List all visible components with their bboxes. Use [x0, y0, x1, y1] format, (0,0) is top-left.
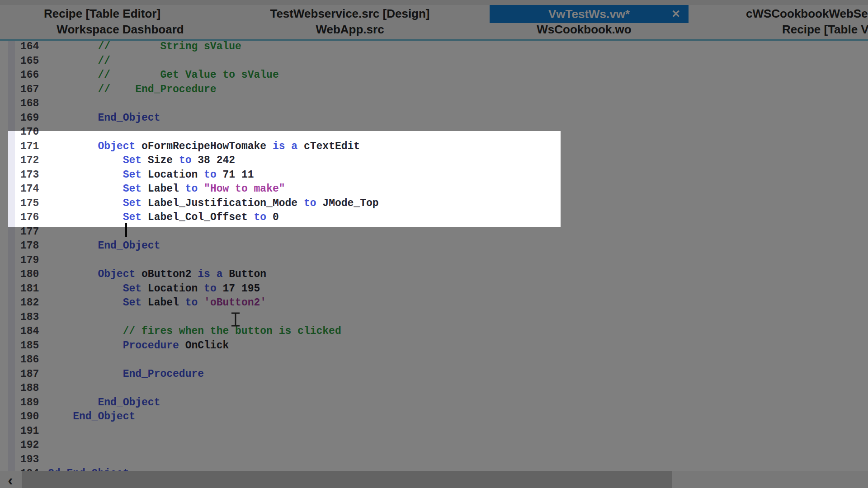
tab-webapp-src[interactable]: WebApp.src [316, 23, 384, 37]
code-line[interactable]: 191 [0, 424, 868, 439]
line-number: 177 [20, 225, 39, 239]
code-line[interactable]: 180 Object oButton2 is a Button [0, 267, 868, 282]
code-line[interactable]: 164 // String sValue [0, 41, 868, 54]
line-number: 173 [20, 168, 39, 183]
code-line[interactable]: 168 [0, 97, 868, 111]
code-line[interactable]: 175 Set Label_Justification_Mode to JMod… [0, 197, 868, 211]
horizontal-scrollbar[interactable]: ‹ [0, 471, 868, 488]
code-line[interactable]: 183 [0, 310, 868, 325]
application-window: Recipe [Table Editor] TestWebservice.src… [0, 0, 868, 488]
line-number: 193 [20, 453, 39, 467]
code-line[interactable]: 165 // [0, 54, 868, 69]
code-text: Cd_End_Object [48, 467, 129, 471]
tab-recipe-table-view[interactable]: Recipe [Table View] [782, 23, 868, 37]
code-text: // [48, 54, 110, 69]
line-number: 171 [20, 140, 39, 154]
code-line[interactable]: 190 End_Object [0, 410, 868, 424]
tab-recipe-table-editor[interactable]: Recipe [Table Editor] [44, 7, 160, 21]
code-line[interactable]: 185 Procedure OnClick [0, 339, 868, 353]
code-line[interactable]: 169 End_Object [0, 111, 868, 126]
code-text: // fires when the button is clicked [48, 324, 341, 339]
line-number: 191 [20, 424, 39, 439]
code-line[interactable]: 186 [0, 353, 868, 367]
line-number: 167 [20, 83, 39, 97]
code-line[interactable]: 188 [0, 381, 868, 396]
code-text: End_Object [48, 410, 135, 424]
code-line[interactable]: 181 Set Location to 17 195 [0, 282, 868, 296]
code-line[interactable]: 184 // fires when the button is clicked [0, 324, 868, 339]
tab-cwscookbookwebservice[interactable]: cWSCookbookWebService [746, 7, 868, 21]
code-text: // Get Value to sValue [48, 68, 279, 83]
code-line[interactable]: 178 End_Object [0, 239, 868, 253]
tab-wscookbook-wo[interactable]: WsCookbook.wo [537, 23, 631, 37]
code-line[interactable]: 170 [0, 125, 868, 140]
tab-bar-top-strip [0, 0, 868, 5]
code-text: End_Object [48, 396, 160, 410]
tab-workspace-dashboard[interactable]: Workspace Dashboard [57, 23, 184, 37]
line-number: 189 [20, 396, 39, 410]
ibeam-cursor [230, 312, 241, 327]
line-number: 184 [20, 324, 39, 339]
tab-bar: Recipe [Table Editor] TestWebservice.src… [0, 0, 868, 39]
tab-vwtestws-active[interactable]: VwTestWs.vw* ✕ [490, 5, 689, 23]
tab-testwebservice-src-design[interactable]: TestWebservice.src [Design] [270, 7, 429, 21]
line-number: 181 [20, 282, 39, 296]
code-text: Set Label_Justification_Mode to JMode_To… [48, 197, 379, 211]
code-line[interactable]: 167 // End_Procedure [0, 83, 868, 97]
code-text: Object oButton2 is a Button [48, 267, 266, 282]
code-line[interactable]: 166 // Get Value to sValue [0, 68, 868, 83]
code-text: // End_Procedure [48, 83, 217, 97]
code-line[interactable]: 174 Set Label to "How to make" [0, 182, 868, 197]
line-number: 192 [20, 438, 39, 453]
code-line[interactable]: 176 Set Label_Col_Offset to 0 [0, 211, 868, 225]
line-number: 179 [20, 253, 39, 268]
code-text: Set Location to 71 11 [48, 168, 254, 183]
code-lines-container: 164 // String sValue165 //166 // Get Val… [0, 41, 868, 471]
line-number: 182 [20, 296, 39, 310]
code-line[interactable]: 171 Object oFormRecipeHowTomake is a cTe… [0, 140, 868, 154]
code-text: Object oFormRecipeHowTomake is a cTextEd… [48, 140, 360, 154]
line-number: 185 [20, 339, 39, 353]
code-line[interactable]: 192 [0, 438, 868, 453]
code-line[interactable]: 189 End_Object [0, 396, 868, 410]
code-line[interactable]: 172 Set Size to 38 242 [0, 154, 868, 168]
code-line[interactable]: 194Cd_End_Object [0, 467, 868, 471]
line-number: 164 [20, 41, 39, 54]
code-text: Set Label to 'oButton2' [48, 296, 266, 310]
line-number: 166 [20, 68, 39, 83]
line-number: 180 [20, 267, 39, 282]
line-number: 169 [20, 111, 39, 126]
line-number: 168 [20, 97, 39, 111]
code-text: Procedure OnClick [48, 339, 229, 353]
line-number: 172 [20, 154, 39, 168]
line-number: 188 [20, 381, 39, 396]
scrollbar-thumb[interactable] [22, 471, 672, 488]
code-line[interactable]: 187 End_Procedure [0, 367, 868, 382]
code-text: Set Location to 17 195 [48, 282, 260, 296]
line-number: 170 [20, 125, 39, 140]
line-number: 186 [20, 353, 39, 367]
code-editor-pane[interactable]: 164 // String sValue165 //166 // Get Val… [0, 41, 868, 471]
code-text: // String sValue [48, 41, 241, 54]
code-line[interactable]: 182 Set Label to 'oButton2' [0, 296, 868, 310]
code-text: Set Label_Col_Offset to 0 [48, 211, 279, 225]
code-text: Set Size to 38 242 [48, 154, 235, 168]
close-icon[interactable]: ✕ [671, 9, 680, 19]
code-text: End_Object [48, 239, 160, 253]
code-line[interactable]: 179 [0, 253, 868, 268]
code-line[interactable]: 177 [0, 225, 868, 239]
line-number: 178 [20, 239, 39, 253]
code-text: End_Procedure [48, 367, 204, 382]
line-number: 187 [20, 367, 39, 382]
code-text: End_Object [48, 111, 160, 126]
code-text: Set Label to "How to make" [48, 182, 285, 197]
line-number: 174 [20, 182, 39, 197]
code-line[interactable]: 193 [0, 453, 868, 467]
code-line[interactable]: 173 Set Location to 71 11 [0, 168, 868, 183]
line-number: 165 [20, 54, 39, 69]
line-number: 194 [20, 467, 39, 471]
scrollbar-left-button[interactable]: ‹ [0, 471, 21, 488]
line-number: 175 [20, 197, 39, 211]
active-tab-label: VwTestWs.vw* [548, 7, 630, 21]
line-number: 176 [20, 211, 39, 225]
